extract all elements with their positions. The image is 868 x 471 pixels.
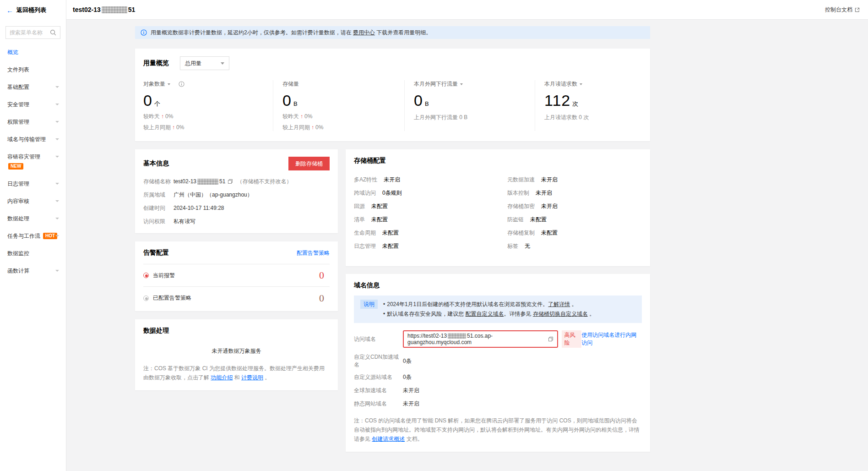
configure-custom-domain-link[interactable]: 配置自定义域名: [466, 311, 504, 317]
sidebar-item-fault-tolerance[interactable]: 容错容灾管理 NEW: [0, 148, 66, 175]
sidebar-menu: 概览 文件列表 基础配置 安全管理 权限管理 域名与传输管理 容: [0, 44, 66, 279]
stat-value: 112: [544, 92, 570, 109]
access-domain-url: https://test02-1351.cos.ap-guangzhou.myq…: [407, 333, 543, 345]
bucket-name-suffix: 51: [219, 178, 225, 185]
chevron-down-icon: [55, 86, 59, 88]
feature-intro-link[interactable]: 功能介绍: [211, 374, 233, 381]
static-website-row: 静态网站域名 未开启: [354, 399, 642, 409]
bullet-icon: •: [383, 311, 385, 317]
sidebar-item-label: 函数计算: [7, 268, 29, 274]
sidebar-item-content-review[interactable]: 内容审核: [0, 192, 66, 210]
notice-bullet-2: •默认域名存在安全风险，建议您 配置自定义域名。详情参见 存储桶切换自定义域名 …: [383, 309, 595, 319]
row-label: 全球加速域名: [354, 387, 403, 394]
banner-text: 用量概览数据非计费计量数据，延迟约2小时，仅供参考。如需计费计量数据，请在 费用…: [151, 29, 431, 37]
row-label: 自定义源站域名: [354, 373, 403, 381]
arrow-up-icon: ↑: [172, 124, 175, 131]
back-label: 返回桶列表: [16, 6, 46, 14]
stat-label: 存储量: [282, 80, 299, 88]
sidebar-item-label: 日志管理: [7, 181, 29, 187]
data-processing-card: 数据处理 未开通数据万象服务 注：COS 基于数据万象 CI 为您提供数据处理服…: [135, 319, 338, 390]
sidebar-item-basic-config[interactable]: 基础配置: [0, 78, 66, 96]
sidebar-search[interactable]: [5, 26, 60, 39]
learn-more-link[interactable]: 了解详情: [548, 301, 570, 307]
access-domain-row: 访问域名 https://test02-1351.cos.ap-guangzho…: [354, 330, 642, 348]
sidebar-item-label: 安全管理: [7, 101, 29, 108]
sidebar-item-label: 数据监控: [7, 250, 29, 257]
sidebar-item-label: 域名与传输管理: [7, 136, 46, 142]
usage-stats: 对象数量 0个 较昨天↑0% 较上月同期↑0% 存储量 0B: [143, 80, 642, 131]
chevron-down-icon: [55, 200, 59, 202]
arrow-up-icon: ↑: [300, 113, 303, 120]
high-risk-badge: 高风险: [562, 330, 581, 348]
arrow-up-icon: ↑: [311, 124, 314, 131]
external-link-icon: [855, 7, 860, 12]
alarm-row-label: 已配置告警策略: [153, 294, 191, 302]
sidebar-item-domain-transfer[interactable]: 域名与传输管理: [0, 131, 66, 148]
sidebar: ← 返回桶列表 概览 文件列表 基础配置 安全管理: [0, 0, 66, 471]
sidebar-item-permissions[interactable]: 权限管理: [0, 113, 66, 131]
delete-bucket-button[interactable]: 删除存储桶: [288, 157, 330, 170]
basic-info-card: 基本信息 删除存储桶 存储桶名称 test02-1351: [135, 149, 338, 233]
stat-storage: 存储量 0B 较昨天↑0% 较上月同期↑0%: [273, 80, 404, 131]
alarm-config-card: 告警配置 配置告警策略 当前报警 0 已配置告警策略: [135, 241, 338, 311]
main-area: test02-1351 控制台文档 用量概览数据非计费计量数据，延迟约2小时，仅…: [66, 0, 868, 471]
stat-value: 0: [282, 92, 292, 109]
sidebar-item-data-monitoring[interactable]: 数据监控: [0, 245, 66, 262]
billing-center-link[interactable]: 费用中心: [353, 29, 375, 36]
back-to-bucket-list-button[interactable]: ← 返回桶列表: [0, 0, 66, 18]
config-row-multi-az: 多AZ特性未开启: [354, 173, 507, 186]
stat-label: 本月读请求数: [544, 81, 577, 87]
copy-icon[interactable]: [228, 179, 233, 184]
intranet-access-link[interactable]: 使用访问域名进行内网访问: [581, 331, 642, 347]
row-label: 自定义CDN加速域名: [354, 353, 403, 369]
sidebar-item-file-list[interactable]: 文件列表: [0, 61, 66, 78]
sidebar-item-label: 容错容灾管理: [7, 153, 40, 160]
stat-unit: B: [425, 100, 429, 107]
switch-custom-domain-link[interactable]: 存储桶切换自定义域名: [533, 311, 588, 317]
config-row-replication: 存储桶复制未配置: [507, 226, 642, 240]
alarm-status-icon: [143, 273, 149, 278]
chevron-down-icon: [55, 156, 59, 158]
sidebar-item-label: 文件列表: [7, 66, 29, 73]
console-docs-label: 控制台文档: [825, 6, 852, 14]
billing-doc-link[interactable]: 计费说明: [241, 374, 263, 381]
bucket-name-suffix: 51: [128, 6, 136, 13]
topbar: test02-1351 控制台文档: [66, 0, 868, 20]
configure-alarm-policy-link[interactable]: 配置告警策略: [297, 249, 330, 257]
sidebar-item-data-processing[interactable]: 数据处理: [0, 210, 66, 227]
stat-label-toggle[interactable]: 本月读请求数: [544, 80, 582, 88]
row-value: 0条: [403, 373, 412, 381]
sidebar-item-function-compute[interactable]: 函数计算: [0, 262, 66, 279]
usage-notice-banner: 用量概览数据非计费计量数据，延迟约2小时，仅供参考。如需计费计量数据，请在 费用…: [135, 26, 650, 39]
row-label: 存储桶名称: [143, 178, 174, 185]
alarm-policy-icon: [143, 296, 149, 301]
row-label: 访问权限: [143, 218, 174, 225]
sidebar-item-log-management[interactable]: 日志管理: [0, 175, 66, 192]
sidebar-item-tasks-workflow[interactable]: 任务与工作流HOT: [0, 227, 66, 245]
config-row-origin-pull: 回源未配置: [354, 200, 507, 213]
search-input[interactable]: [10, 29, 50, 36]
sidebar-item-security[interactable]: 安全管理: [0, 96, 66, 113]
notice-bullet-1: •2024年1月1日后创建的桶不支持使用默认域名在浏览器预览文件。了解详情 。: [383, 300, 595, 309]
chevron-down-icon: [55, 183, 59, 185]
config-row-logging: 日志管理未配置: [354, 240, 507, 253]
stat-compare-yesterday: 较昨天↑0%: [143, 113, 268, 120]
copy-icon[interactable]: [548, 336, 553, 342]
configured-policies-row: 已配置告警策略 0: [143, 287, 330, 309]
sidebar-item-overview[interactable]: 概览: [0, 44, 66, 61]
config-row-encryption: 存储桶加密未开启: [507, 200, 642, 213]
chevron-down-icon: [55, 138, 59, 140]
stat-label-toggle[interactable]: 本月外网下行流量: [414, 80, 463, 88]
console-docs-link[interactable]: 控制台文档: [825, 6, 860, 14]
cdn-domain-row: 自定义CDN加速域名 0条: [354, 353, 642, 369]
create-request-overview-link[interactable]: 创建请求概述: [372, 436, 405, 442]
caret-down-icon: [221, 62, 224, 65]
stat-object-count: 对象数量 0个 较昨天↑0% 较上月同期↑0%: [143, 80, 273, 131]
usage-range-select[interactable]: 总用量: [180, 56, 229, 70]
chevron-down-icon: [55, 121, 59, 123]
stat-label-toggle[interactable]: 对象数量: [143, 80, 170, 88]
bucket-name-prefix: test02-13: [174, 178, 196, 185]
info-icon[interactable]: [179, 81, 184, 87]
bucket-name-note: （存储桶不支持改名）: [237, 178, 292, 185]
chevron-down-icon: [55, 235, 59, 237]
